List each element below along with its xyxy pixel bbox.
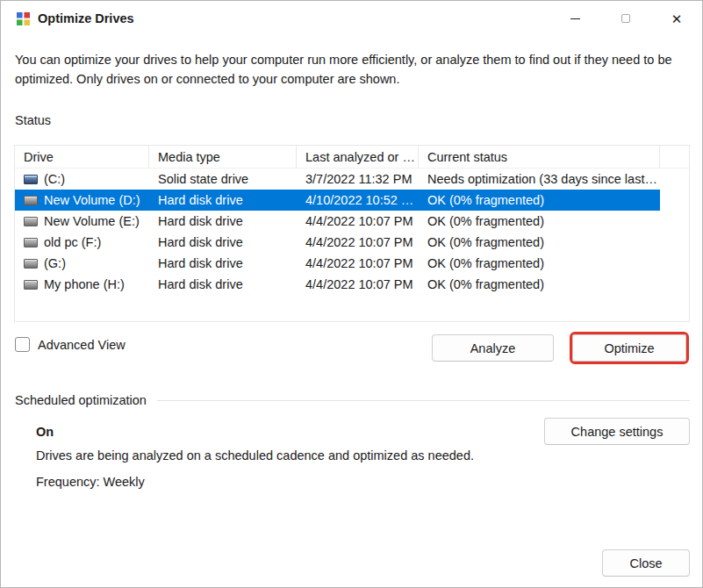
table-row[interactable]: My phone (H:)Hard disk drive4/4/2022 10:… bbox=[15, 274, 660, 295]
analyze-button[interactable]: Analyze bbox=[432, 334, 554, 362]
minimize-icon bbox=[570, 18, 580, 19]
hdd-icon bbox=[24, 238, 38, 247]
media-type-cell: Hard disk drive bbox=[149, 211, 297, 232]
close-icon: ✕ bbox=[671, 12, 683, 25]
table-row[interactable]: (G:)Hard disk drive4/4/2022 10:07 PMOK (… bbox=[15, 253, 660, 274]
drive-cell: New Volume (D:) bbox=[15, 190, 149, 211]
current-status-cell: OK (0% fragmented) bbox=[419, 190, 660, 211]
maximize-icon bbox=[621, 14, 630, 23]
advanced-view-checkbox[interactable] bbox=[15, 337, 30, 352]
table-row[interactable]: old pc (F:)Hard disk drive4/4/2022 10:07… bbox=[15, 232, 660, 253]
media-type-cell: Hard disk drive bbox=[149, 232, 297, 253]
close-button[interactable]: Close bbox=[602, 549, 690, 577]
drive-label: New Volume (E:) bbox=[44, 214, 140, 228]
media-type-cell: Hard disk drive bbox=[149, 190, 297, 211]
table-row[interactable]: New Volume (E:)Hard disk drive4/4/2022 1… bbox=[15, 211, 660, 232]
column-header-drive[interactable]: Drive bbox=[15, 146, 149, 168]
ssd-icon bbox=[24, 175, 38, 184]
drive-cell: My phone (H:) bbox=[15, 274, 149, 295]
table-row[interactable]: New Volume (D:)Hard disk drive4/10/2022 … bbox=[15, 190, 660, 211]
schedule-state: On bbox=[36, 425, 54, 439]
schedule-frequency: Frequency: Weekly bbox=[36, 475, 145, 489]
current-status-cell: OK (0% fragmented) bbox=[419, 253, 660, 274]
advanced-view-label: Advanced View bbox=[38, 338, 126, 352]
intro-text: You can optimize your drives to help you… bbox=[15, 51, 680, 89]
hdd-icon bbox=[24, 259, 38, 269]
drives-table: Drive Media type Last analyzed or … Curr… bbox=[14, 145, 690, 322]
scheduled-optimization-label: Scheduled optimization bbox=[15, 393, 147, 407]
drive-label: (G:) bbox=[44, 256, 66, 270]
current-status-cell: OK (0% fragmented) bbox=[419, 274, 660, 295]
table-row[interactable]: (C:)Solid state drive3/7/2022 11:32 PMNe… bbox=[15, 169, 660, 190]
media-type-cell: Hard disk drive bbox=[149, 253, 297, 274]
last-analyzed-cell: 3/7/2022 11:32 PM bbox=[297, 169, 419, 190]
app-icon bbox=[17, 12, 30, 25]
optimize-drives-window: { "window": { "title": "Optimize Drives"… bbox=[0, 0, 703, 588]
last-analyzed-cell: 4/4/2022 10:07 PM bbox=[297, 253, 419, 274]
media-type-cell: Solid state drive bbox=[149, 169, 297, 190]
title-bar: Optimize Drives ✕ bbox=[1, 1, 702, 36]
close-window-button[interactable]: ✕ bbox=[651, 1, 702, 36]
schedule-description: Drives are being analyzed on a scheduled… bbox=[36, 448, 563, 463]
maximize-button[interactable] bbox=[600, 1, 651, 36]
current-status-cell: OK (0% fragmented) bbox=[419, 232, 660, 253]
column-header-current-status[interactable]: Current status bbox=[419, 146, 660, 168]
hdd-icon bbox=[24, 217, 38, 226]
column-header-filler bbox=[660, 146, 689, 168]
drive-label: (C:) bbox=[44, 172, 65, 186]
advanced-view-control[interactable]: Advanced View bbox=[15, 337, 126, 352]
change-settings-button[interactable]: Change settings bbox=[544, 418, 690, 445]
status-section-label: Status bbox=[15, 113, 51, 127]
minimize-button[interactable] bbox=[549, 1, 600, 36]
drive-cell: (G:) bbox=[15, 253, 149, 274]
drive-label: My phone (H:) bbox=[44, 277, 125, 291]
last-analyzed-cell: 4/4/2022 10:07 PM bbox=[297, 232, 419, 253]
media-type-cell: Hard disk drive bbox=[149, 274, 297, 295]
last-analyzed-cell: 4/4/2022 10:07 PM bbox=[297, 211, 419, 232]
drive-label: old pc (F:) bbox=[44, 235, 101, 249]
scheduled-optimization-header: Scheduled optimization bbox=[15, 392, 690, 408]
last-analyzed-cell: 4/10/2022 10:52 … bbox=[297, 190, 419, 211]
drive-cell: (C:) bbox=[15, 169, 149, 190]
current-status-cell: Needs optimization (33 days since last… bbox=[419, 169, 660, 190]
drive-label: New Volume (D:) bbox=[44, 193, 140, 207]
column-header-media-type[interactable]: Media type bbox=[149, 146, 297, 168]
drive-table-body: (C:)Solid state drive3/7/2022 11:32 PMNe… bbox=[15, 169, 689, 295]
window-title: Optimize Drives bbox=[38, 11, 134, 25]
optimize-annotation-box: Optimize bbox=[570, 332, 689, 364]
hdd-icon bbox=[24, 280, 38, 290]
drive-cell: New Volume (E:) bbox=[15, 211, 149, 232]
current-status-cell: OK (0% fragmented) bbox=[419, 211, 660, 232]
last-analyzed-cell: 4/4/2022 10:07 PM bbox=[297, 274, 419, 295]
drives-table-header: Drive Media type Last analyzed or … Curr… bbox=[15, 146, 689, 169]
window-controls: ✕ bbox=[549, 1, 702, 36]
hdd-icon bbox=[24, 196, 38, 205]
drive-cell: old pc (F:) bbox=[15, 232, 149, 253]
optimize-button[interactable]: Optimize bbox=[572, 334, 686, 362]
section-divider bbox=[157, 400, 690, 401]
column-header-last-analyzed[interactable]: Last analyzed or … bbox=[297, 146, 419, 168]
